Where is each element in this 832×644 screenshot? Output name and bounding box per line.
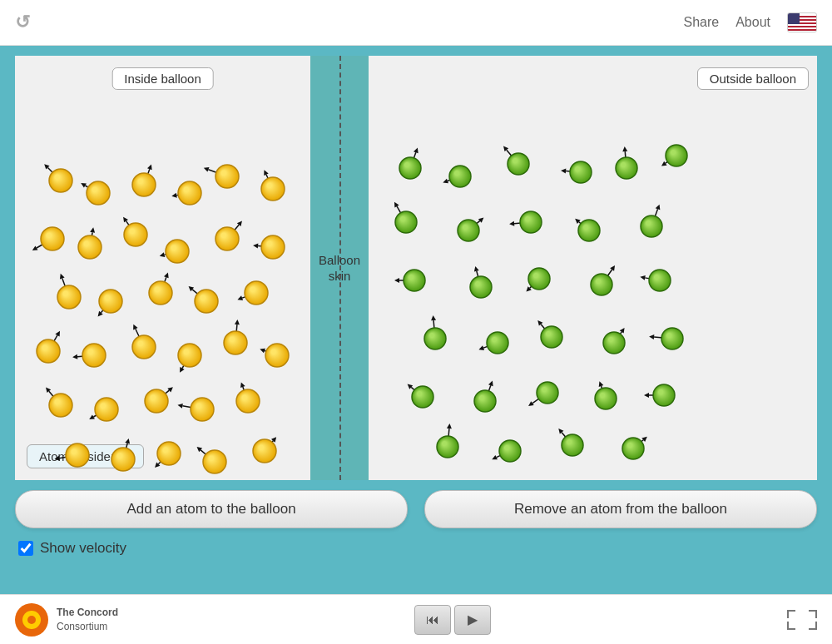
simulation-area: Inside balloon Atoms inside: 48 Balloons… xyxy=(15,56,817,480)
playback-controls: ⏮ ▶ xyxy=(414,605,491,635)
corner-tr xyxy=(809,610,817,618)
velocity-label[interactable]: Show velocity xyxy=(40,540,126,557)
right-nav: Share About xyxy=(683,12,817,32)
button-row: Add an atom to the balloon Remove an ato… xyxy=(15,490,817,528)
logo-area: The Concord Consortium xyxy=(15,603,118,637)
bottom-bar: The Concord Consortium ⏮ ▶ xyxy=(0,594,832,644)
remove-atom-button[interactable]: Remove an atom from the balloon xyxy=(424,490,817,528)
velocity-checkbox[interactable] xyxy=(18,541,33,556)
corner-br xyxy=(809,622,817,630)
topbar: ↺ Share About xyxy=(0,0,832,46)
add-atom-button[interactable]: Add an atom to the balloon xyxy=(15,490,408,528)
fullscreen-controls[interactable] xyxy=(787,610,817,630)
logo-text: The Concord Consortium xyxy=(57,606,118,634)
rewind-button[interactable]: ⏮ xyxy=(414,605,451,635)
about-link[interactable]: About xyxy=(735,15,770,30)
svg-point-1 xyxy=(27,616,36,624)
rewind-icon: ⏮ xyxy=(426,612,439,627)
language-flag[interactable] xyxy=(787,12,817,32)
balloon-skin: Balloonskin xyxy=(310,56,369,480)
play-icon: ▶ xyxy=(468,612,478,627)
share-link[interactable]: Share xyxy=(683,15,719,30)
fullscreen-contract-button[interactable] xyxy=(787,622,817,630)
inside-area: Inside balloon Atoms inside: 48 xyxy=(15,56,310,480)
checkbox-row: Show velocity xyxy=(18,540,817,557)
fullscreen-expand-button[interactable] xyxy=(787,610,817,618)
corner-tl xyxy=(787,610,795,618)
play-button[interactable]: ▶ xyxy=(454,605,491,635)
controls: Add an atom to the balloon Remove an ato… xyxy=(15,490,817,557)
reload-icon[interactable]: ↺ xyxy=(15,12,30,33)
corner-bl xyxy=(787,622,795,630)
sim-container: Inside balloon Atoms inside: 48 Balloons… xyxy=(15,56,817,480)
outside-area: Outside balloon xyxy=(369,56,817,480)
balloon-skin-label: Balloonskin xyxy=(319,252,360,285)
concord-logo-icon xyxy=(15,603,48,637)
